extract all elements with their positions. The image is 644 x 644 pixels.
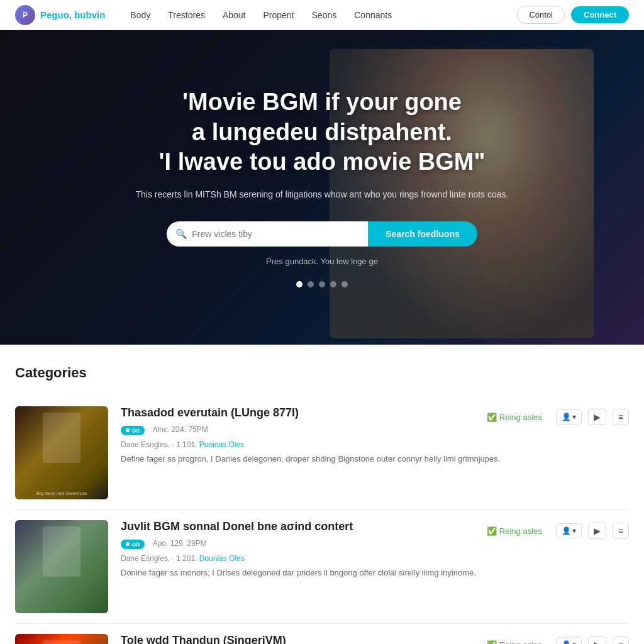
listing-thumbnail xyxy=(15,520,108,613)
checkmark-icon: ✅ xyxy=(487,413,497,422)
poster-figure xyxy=(43,640,80,644)
hero-carousel-dots xyxy=(136,281,509,287)
checkmark-icon: ✅ xyxy=(487,526,497,536)
navbar: P Peguo, bubvin Body Trestores About Pro… xyxy=(0,0,644,30)
nav-links: Body Trestores About Propent Seons Conna… xyxy=(130,10,517,20)
poster-overlay: DIBLTO FRELMENOUS xyxy=(15,634,108,644)
nav-link-propent[interactable]: Propent xyxy=(263,10,294,20)
logo[interactable]: P Peguo, bubvin xyxy=(15,5,105,25)
listing-date: Alnc. 224. 75PM xyxy=(153,425,208,434)
user-action-button[interactable]: 👤 ▾ xyxy=(556,523,582,538)
nav-link-connants[interactable]: Connants xyxy=(354,10,392,20)
logo-text: Peguo, bubvin xyxy=(40,9,105,20)
dropdown-icon: ▾ xyxy=(572,413,576,421)
listing-thumbnail: Big deut nlot Swentura xyxy=(15,406,108,499)
poster-label: Big deut nlot Swentura xyxy=(15,488,108,499)
listing-date: Apo. 129. 29PM xyxy=(153,539,207,548)
badge-dot xyxy=(126,542,130,546)
table-row: DIBLTO FRELMENOUS Tole wdd Thandun (Sing… xyxy=(15,624,629,644)
dropdown-icon: ▾ xyxy=(572,640,576,644)
hero-content: 'Movie BGM if your gone a lungedeu distp… xyxy=(123,87,521,287)
hero-search-bar: 🔍 Search foedluons xyxy=(136,221,509,247)
hero-title: 'Movie BGM if your gone a lungedeu distp… xyxy=(136,87,509,177)
user-icon: 👤 xyxy=(562,413,571,421)
nav-actions: Contol Connect xyxy=(517,6,629,24)
poster-figure xyxy=(43,526,80,577)
listing-status: ✅ Reing asles xyxy=(487,526,550,536)
listing-badge: on xyxy=(121,540,145,549)
status-label: Reing asles xyxy=(499,413,542,422)
user-icon: 👤 xyxy=(562,526,571,535)
hero-hint: Pres gundack. You lew lnge ge xyxy=(136,257,509,266)
carousel-dot-3[interactable] xyxy=(319,281,325,287)
nav-link-body[interactable]: Body xyxy=(130,10,150,20)
listing-title: Thasadod everutain (LUnge 877I) xyxy=(121,406,503,419)
listing-description: Donine fager ss monors; I Drises delegon… xyxy=(121,567,503,579)
categories-section: Categories Big deut nlot Swentura Thasad… xyxy=(0,345,644,644)
checkmark-icon: ✅ xyxy=(487,640,497,645)
listing-actions: ✅ Reing asles 👤 ▾ ▶ ≡ xyxy=(487,409,629,425)
listing-link[interactable]: Dounias Oles xyxy=(199,554,245,563)
poster-overlay xyxy=(15,520,108,613)
nav-link-about[interactable]: About xyxy=(223,10,246,20)
listing-description: Define fager ss progron, I Danies delego… xyxy=(121,453,503,465)
search-input[interactable] xyxy=(167,221,368,247)
user-action-button[interactable]: 👤 ▾ xyxy=(556,637,582,644)
logo-avatar: P xyxy=(15,5,35,25)
menu-button[interactable]: ≡ xyxy=(613,523,629,539)
poster-overlay: Big deut nlot Swentura xyxy=(15,406,108,499)
play-button[interactable]: ▶ xyxy=(588,523,606,539)
badge-dot xyxy=(126,428,130,432)
connect-button[interactable]: Connect xyxy=(571,6,629,23)
search-button[interactable]: Search foedluons xyxy=(368,221,477,247)
search-icon: 🔍 xyxy=(175,228,187,240)
status-label: Reing asles xyxy=(499,640,542,645)
listing-thumbnail: DIBLTO FRELMENOUS xyxy=(15,634,108,644)
listing-meta: Dane Esngles. · 1 101. Puoinas Oles xyxy=(121,440,503,449)
listing-actions: ✅ Reing asles 👤 ▾ ▶ ≡ xyxy=(487,523,629,539)
poster-label xyxy=(15,608,108,613)
table-row: Juvlit BGM sonnal Donel bne aσind conter… xyxy=(15,510,629,624)
carousel-dot-4[interactable] xyxy=(330,281,336,287)
poster-figure xyxy=(43,413,80,463)
carousel-dot-2[interactable] xyxy=(308,281,314,287)
listing-title: Juvlit BGM sonnal Donel bne aσind conter… xyxy=(121,520,503,533)
listing-title: Tole wdd Thandun (SingeriVM) xyxy=(121,634,503,644)
menu-button[interactable]: ≡ xyxy=(613,409,629,425)
dropdown-icon: ▾ xyxy=(572,526,576,535)
table-row: Big deut nlot Swentura Thasadod everutai… xyxy=(15,396,629,510)
play-button[interactable]: ▶ xyxy=(588,636,606,644)
hero-section: 'Movie BGM if your gone a lungedeu distp… xyxy=(0,30,644,345)
carousel-dot-1[interactable] xyxy=(296,281,303,287)
play-button[interactable]: ▶ xyxy=(588,409,606,425)
listing-badge: on xyxy=(121,426,145,435)
carousel-dot-5[interactable] xyxy=(341,281,348,287)
listing-status: ✅ Reing asles xyxy=(487,413,550,422)
categories-title: Categories xyxy=(15,365,629,381)
user-icon: 👤 xyxy=(562,640,571,644)
listing-actions: ✅ Reing asles 👤 ▾ ▶ ≡ xyxy=(487,636,629,644)
nav-link-trestores[interactable]: Trestores xyxy=(168,10,205,20)
hero-subtitle: This recerts lin MITSh BM serening of li… xyxy=(136,187,509,201)
listing-link[interactable]: Puoinas Oles xyxy=(199,440,244,449)
status-label: Reing asles xyxy=(499,526,542,536)
search-wrapper: 🔍 xyxy=(167,221,368,247)
listing-meta: Dane Esngles. · 1 201. Dounias Oles xyxy=(121,554,503,563)
login-button[interactable]: Contol xyxy=(517,6,565,24)
menu-button[interactable]: ≡ xyxy=(613,636,629,644)
listing-status: ✅ Reing asles xyxy=(487,640,550,645)
user-action-button[interactable]: 👤 ▾ xyxy=(556,409,582,425)
listings-container: Big deut nlot Swentura Thasadod everutai… xyxy=(15,396,629,644)
nav-link-seons[interactable]: Seons xyxy=(312,10,337,20)
